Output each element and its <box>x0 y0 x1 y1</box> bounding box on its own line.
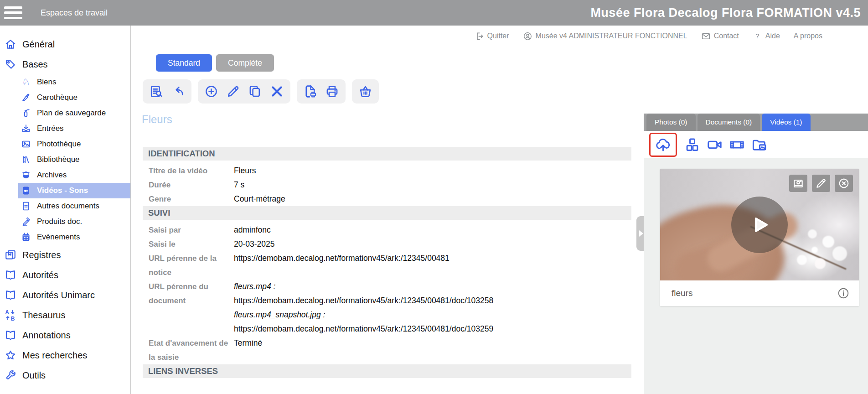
sidebar-item-phototheque[interactable]: Photothèque <box>18 136 130 152</box>
field-label: Genre <box>143 192 234 206</box>
book-open-icon <box>5 329 16 341</box>
highlighted-upload-box[interactable] <box>649 133 677 157</box>
upload-button[interactable] <box>655 137 671 153</box>
books-icon <box>21 155 31 165</box>
field-value: adminfonc <box>234 223 271 237</box>
media-tab-photos[interactable]: Photos (0) <box>646 114 696 131</box>
sidebar-item-label: Registres <box>22 250 61 260</box>
sidebar-item-label: Produits doc. <box>37 217 82 226</box>
remove-media-button[interactable] <box>835 175 853 192</box>
undo-button[interactable] <box>171 84 185 98</box>
video-thumbnail[interactable] <box>660 169 859 280</box>
record-row: GenreCourt-métrage <box>143 192 631 206</box>
inbox-down-icon <box>21 124 31 134</box>
top-link-quitter[interactable]: Quitter <box>475 31 509 41</box>
sidebar-item-registres[interactable]: Registres <box>0 245 130 265</box>
snapshot-button[interactable] <box>789 175 807 192</box>
sidebar-item-label: Général <box>22 39 55 50</box>
export-button[interactable] <box>303 84 317 98</box>
media-tab-documents[interactable]: Documents (0) <box>698 114 760 131</box>
tab-complete[interactable]: Complète <box>216 54 274 72</box>
filmstrip-button[interactable] <box>729 137 745 153</box>
sidebar-item-general[interactable]: Général <box>0 34 130 54</box>
sidebar-item-outils[interactable]: Outils <box>0 365 130 385</box>
sidebar-item-label: Bases <box>22 59 48 70</box>
sidebar-item-carotheque[interactable]: Carothèque <box>18 90 130 105</box>
top-link-label: Aide <box>765 32 780 40</box>
copy-button[interactable] <box>248 84 262 98</box>
cubes-button[interactable] <box>684 137 700 153</box>
svg-text:♘: ♘ <box>22 77 30 87</box>
search-list-button[interactable] <box>149 84 163 98</box>
sidebar-item-label: Archives <box>37 171 67 180</box>
video-card: fleurs <box>660 169 859 306</box>
sidebar-item-label: Vidéos - Sons <box>37 186 88 195</box>
view-tabs: StandardComplète <box>156 54 274 72</box>
field-label: URL pérenne de la notice <box>143 251 234 280</box>
record-detail: IDENTIFICATIONTitre de la vidéoFleursDur… <box>143 147 631 394</box>
sidebar-item-autorites[interactable]: Autorités <box>0 265 130 285</box>
person-icon <box>523 31 532 41</box>
field-label: Durée <box>143 178 234 192</box>
record-row: URL pérenne de la noticehttps://demobam.… <box>143 251 631 280</box>
section-header-label: IDENTIFICATION <box>148 149 215 159</box>
field-label: Saisi le <box>143 237 234 251</box>
photo-icon <box>21 139 31 149</box>
sidebar-item-label: Autorités <box>22 270 58 280</box>
play-button[interactable] <box>731 197 788 253</box>
book-open-icon <box>5 269 16 281</box>
sidebar-item-label: Outils <box>22 370 46 381</box>
sidebar-item-evenements[interactable]: Evènements <box>18 229 130 245</box>
sidebar-item-produits-doc[interactable]: Produits doc. <box>18 214 130 229</box>
sidebar-item-archives[interactable]: Archives <box>18 167 130 183</box>
delete-button[interactable] <box>270 84 284 98</box>
svg-text:?: ? <box>755 32 759 40</box>
edit-media-button[interactable] <box>812 175 830 192</box>
record-toolbar <box>143 79 379 104</box>
sidebar-item-annotations[interactable]: Annotations <box>0 325 130 345</box>
record-row: URL pérenne du documentfleurs.mp4 :https… <box>143 280 631 336</box>
sidebar-item-label: Mes recherches <box>22 350 87 361</box>
tab-standard[interactable]: Standard <box>156 54 212 72</box>
registers-icon <box>5 249 16 261</box>
camcorder-button[interactable] <box>707 137 723 153</box>
top-link-user[interactable]: Musée v4 ADMINISTRATEUR FONCTIONNEL <box>523 31 687 41</box>
top-link-label: A propos <box>794 32 822 40</box>
sidebar-item-plan-de-sauvegarde[interactable]: Plan de sauvegarde <box>18 105 130 121</box>
sidebar-item-autres-documents[interactable]: Autres documents <box>18 198 130 214</box>
calendar-icon <box>21 232 31 242</box>
media-tab-videos[interactable]: Vidéos (1) <box>762 114 810 131</box>
record-row: Etat d'avancement de la saisieTerminé <box>143 336 631 364</box>
sidebar-item-label: Thesaurus <box>22 310 66 321</box>
folder-image-button[interactable] <box>751 137 767 153</box>
sidebar-item-mes-recherches[interactable]: Mes recherches <box>0 345 130 365</box>
workspace-label[interactable]: Espaces de travail <box>41 8 108 18</box>
sidebar-item-biens[interactable]: ♘Biens <box>18 74 130 90</box>
section-header: LIENS INVERSES <box>143 364 631 378</box>
top-link-apropos[interactable]: A propos <box>794 32 822 40</box>
basket-button[interactable] <box>358 84 372 98</box>
top-link-aide[interactable]: ?Aide <box>753 31 780 41</box>
toolbar-group-2 <box>198 79 290 104</box>
sidebar-item-videos-sons[interactable]: Vidéos - Sons <box>18 183 130 198</box>
sidebar-item-thesaurus[interactable]: ABThesaurus <box>0 305 130 325</box>
info-icon[interactable] <box>837 287 850 300</box>
top-link-contact[interactable]: Contact <box>701 31 739 41</box>
add-button[interactable] <box>204 84 218 98</box>
section-header: IDENTIFICATION <box>143 147 631 161</box>
sidebar-item-bases[interactable]: Bases <box>0 54 130 74</box>
sidebar-item-bibliotheque[interactable]: Bibliothèque <box>18 152 130 167</box>
hamburger-menu-icon[interactable] <box>4 6 22 19</box>
star-icon <box>5 349 16 361</box>
toolbar-group-3 <box>297 79 346 104</box>
section-header-label: SUIVI <box>148 208 170 218</box>
field-value: 7 s <box>234 178 244 192</box>
print-button[interactable] <box>325 84 339 98</box>
sidebar-item-autorites-unimarc[interactable]: Autorités Unimarc <box>0 285 130 305</box>
instant-camera-icon <box>792 177 804 189</box>
edit-button[interactable] <box>226 84 240 98</box>
thesaurus-icon: AB <box>5 309 16 321</box>
sidebar-item-entrees[interactable]: Entrées <box>18 121 130 136</box>
field-value: Terminé <box>234 336 262 364</box>
field-label: Titre de la vidéo <box>143 164 234 178</box>
